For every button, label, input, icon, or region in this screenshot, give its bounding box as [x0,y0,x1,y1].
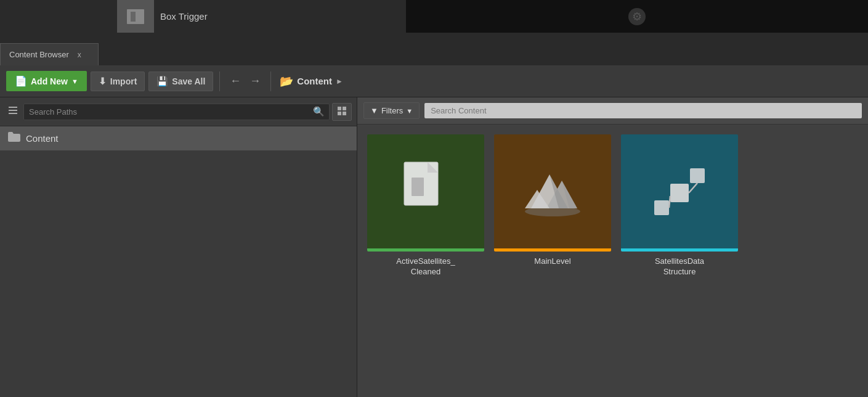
asset-label-active-satellites: ActiveSatellites_ Cleaned [396,256,455,277]
view-toggle-icon [337,106,347,116]
import-icon: ⬇ [99,76,107,87]
asset-preview-main-level [494,134,611,252]
breadcrumb-path: 📂 Content ► [280,75,343,88]
save-icon: 💾 [156,76,168,87]
toolbar: 📄 Add New ▼ ⬇ Import 💾 Save All ← → 📂 Co… [0,65,868,97]
toolbar-separator-1 [219,72,220,91]
forward-button[interactable]: → [246,72,264,90]
filter-row: ▼ Filters ▼ [357,97,868,125]
asset-thumbnail-main-level [494,134,611,252]
filters-button[interactable]: ▼ Filters ▼ [363,102,420,119]
add-new-button[interactable]: 📄 Add New ▼ [6,71,87,91]
asset-item-satellites-data[interactable]: SatellitesData Structure [621,134,738,277]
import-button[interactable]: ⬇ Import [91,72,145,91]
path-arrow-icon: ► [336,77,343,86]
sidebar-view-toggle-button[interactable] [332,103,352,121]
add-new-dropdown-icon: ▼ [71,78,78,85]
svg-rect-4 [9,107,17,108]
tab-row: Content Browser x [0,33,868,65]
asset-grid: ActiveSatellites_ Cleaned [357,125,868,397]
svg-rect-5 [9,110,17,111]
collapse-icon [7,105,18,116]
folder-content-item[interactable]: Content [0,126,357,150]
filters-dropdown-icon: ▼ [406,107,413,115]
sidebar-search-container: 🔍 [23,104,330,120]
svg-rect-1 [131,12,136,22]
path-folder-icon: 📂 [280,75,293,88]
accent-bar-active-satellites [367,248,484,252]
back-button[interactable]: ← [226,72,245,90]
asset-item-main-level[interactable]: MainLevel [494,134,611,277]
tab-title: Content Browser [9,50,69,59]
tab-close-button[interactable]: x [78,51,81,59]
box-trigger-thumbnail [117,0,154,33]
folder-icon [7,131,21,145]
search-content-input[interactable] [424,103,862,118]
asset-label-main-level: MainLevel [534,256,570,267]
save-all-label: Save All [172,76,205,86]
asset-preview-active-satellites [367,134,484,252]
add-new-label: Add New [31,76,68,86]
asset-icon-active-satellites [398,159,453,227]
content-area: ▼ Filters ▼ [357,97,868,397]
svg-rect-13 [412,178,424,196]
asset-preview-satellites-data [621,134,738,252]
sidebar-search-row: 🔍 [0,97,357,126]
nav-buttons: ← → [226,72,264,90]
folder-svg-icon [7,131,21,142]
toolbar-separator-2 [270,72,271,91]
asset-icon-satellites-data [646,162,713,224]
filters-label: Filters [381,106,403,115]
filter-icon: ▼ [370,106,378,115]
accent-bar-satellites-data [621,248,738,252]
asset-item-active-satellites[interactable]: ActiveSatellites_ Cleaned [367,134,484,277]
right-panel-overlay: ⚙ [406,0,868,33]
path-content-label[interactable]: Content [297,76,332,86]
save-all-button[interactable]: 💾 Save All [148,72,213,91]
sidebar: 🔍 Content [0,97,357,397]
search-paths-input[interactable] [23,104,330,120]
asset-label-satellites-data: SatellitesData Structure [655,256,704,277]
folder-label: Content [26,133,59,144]
box-trigger-label: Box Trigger [160,11,208,22]
svg-rect-10 [343,112,346,115]
svg-text:⚙: ⚙ [632,10,642,23]
asset-thumbnail-active-satellites [367,134,484,252]
svg-rect-20 [670,184,689,202]
svg-rect-7 [338,107,341,110]
add-new-icon: 📄 [15,75,27,87]
asset-icon-main-level [519,162,586,224]
svg-rect-21 [690,168,705,183]
svg-rect-22 [654,200,669,215]
main-area: 🔍 Content [0,97,868,397]
accent-bar-main-level [494,248,611,252]
svg-rect-6 [9,113,17,114]
content-browser-tab[interactable]: Content Browser x [0,43,99,65]
sidebar-collapse-button[interactable] [5,102,21,121]
svg-line-24 [669,196,670,208]
import-label: Import [110,76,137,86]
svg-rect-9 [338,112,341,115]
asset-thumbnail-satellites-data [621,134,738,252]
svg-line-23 [689,183,697,193]
svg-rect-8 [343,107,346,110]
